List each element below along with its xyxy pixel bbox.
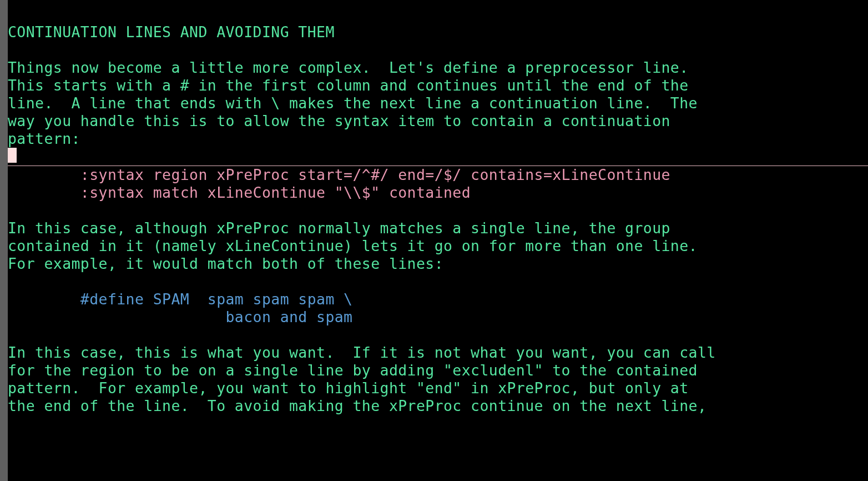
code2-line1: #define SPAM spam spam spam \ [8,290,352,308]
para2-line1: In this case, although xPreProc normally… [8,219,670,237]
vim-help-window: CONTINUATION LINES AND AVOIDING THEM Thi… [0,0,868,481]
para3-line3: pattern. For example, you want to highli… [8,379,689,397]
text-cursor [8,148,17,163]
para2-line2: contained in it (namely xLineContinue) l… [8,237,698,254]
blank-line [8,273,17,290]
code2-line2: bacon and spam [8,308,352,325]
horizontal-rule [8,166,868,166]
para1-line2: This starts with a # in the first column… [8,77,689,94]
blank-line [8,326,17,343]
para1-line3: line. A line that ends with \ makes the … [8,94,698,112]
para3-line1: In this case, this is what you want. If … [8,344,716,361]
para1-line5: pattern: [8,130,80,147]
code1-line1: :syntax region xPreProc start=/^#/ end=/… [8,166,670,183]
para1-line4: way you handle this is to allow the synt… [8,112,670,129]
para3-line4: the end of the line. To avoid making the… [8,397,706,414]
para1-line1: Things now become a little more complex.… [8,59,689,76]
para3-line2: for the region to be on a single line by… [8,362,698,379]
blank-line [8,202,17,219]
code1-line2: :syntax match xLineContinue "\\$" contai… [8,184,471,201]
cursor-line [8,148,868,166]
section-heading: CONTINUATION LINES AND AVOIDING THEM [8,23,335,41]
para2-line3: For example, it would match both of thes… [8,255,443,272]
scrollbar[interactable] [0,0,8,481]
blank-line [8,41,17,58]
help-text-content: CONTINUATION LINES AND AVOIDING THEM Thi… [8,0,868,481]
